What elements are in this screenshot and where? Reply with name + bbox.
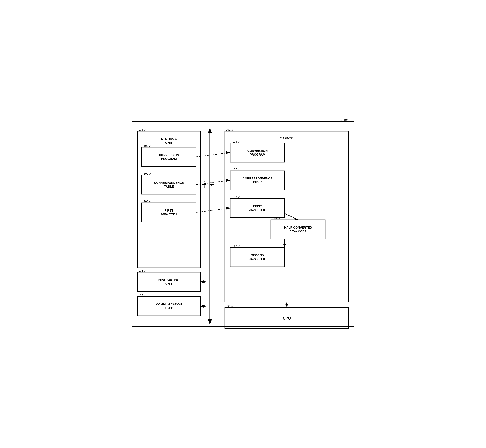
svg-rect-45 [230,248,285,267]
svg-text:106 ↙: 106 ↙ [144,144,151,147]
svg-rect-33 [230,171,285,190]
svg-text:108 ↙: 108 ↙ [232,195,240,199]
svg-text:JAVA CODE: JAVA CODE [249,208,266,212]
svg-text:FIRST: FIRST [253,204,262,208]
svg-rect-37 [230,199,285,218]
svg-text:104 ↙: 104 ↙ [138,269,146,272]
svg-text:TABLE: TABLE [164,185,174,188]
svg-marker-58 [226,179,230,182]
svg-rect-29 [230,143,285,162]
svg-text:STORAGE: STORAGE [161,137,177,140]
svg-rect-10 [142,175,196,194]
svg-text:109 ↙: 109 ↙ [273,217,281,220]
svg-text:CONVERSION: CONVERSION [247,149,267,152]
svg-text:103 ↙: 103 ↙ [138,128,146,131]
svg-text:UNIT: UNIT [165,306,172,310]
svg-text:MEMORY: MEMORY [280,136,294,139]
svg-text:101 ↙: 101 ↙ [226,304,234,308]
svg-rect-22 [137,297,200,316]
svg-text:JAVA CODE: JAVA CODE [160,213,177,216]
svg-marker-53 [208,128,212,133]
svg-text:UNIT: UNIT [165,282,172,285]
diagram: ↙ 100 103 ↙ STORAGE UNIT 106 ↙ CONVERSIO… [126,115,360,333]
svg-text:PROGRAM: PROGRAM [161,157,177,160]
svg-text:CORRESPONDENCE: CORRESPONDENCE [243,177,272,180]
svg-marker-60 [226,207,230,210]
svg-marker-77 [285,304,288,307]
svg-text:PROGRAM: PROGRAM [250,153,265,156]
svg-rect-18 [137,272,200,291]
svg-text:105 ↙: 105 ↙ [138,294,146,297]
svg-text:JAVA CODE: JAVA CODE [249,257,266,261]
svg-rect-2 [137,131,200,268]
svg-marker-64 [211,183,214,186]
svg-text:COMMUNICATION: COMMUNICATION [156,303,182,306]
svg-text:INPUT/OUTPUT: INPUT/OUTPUT [158,278,180,281]
diagram-svg: ↙ 100 103 ↙ STORAGE UNIT 106 ↙ CONVERSIO… [126,115,360,333]
svg-marker-69 [200,305,203,308]
svg-text:107 ↙: 107 ↙ [144,172,151,175]
svg-text:108 ↙: 108 ↙ [144,200,151,203]
svg-text:SECOND: SECOND [251,254,264,257]
svg-marker-74 [283,244,286,248]
svg-text:FIRST: FIRST [165,209,173,212]
svg-text:CORRESPONDENCE: CORRESPONDENCE [154,181,184,184]
svg-marker-70 [203,305,206,308]
svg-rect-14 [142,203,196,222]
svg-text:110 ↙: 110 ↙ [232,245,240,248]
svg-rect-6 [142,147,196,167]
svg-text:CONVERSION: CONVERSION [159,153,179,157]
svg-marker-66 [200,280,203,283]
svg-text:UNIT: UNIT [165,141,173,144]
svg-marker-54 [208,319,212,324]
svg-marker-56 [226,151,230,154]
svg-marker-67 [203,280,206,283]
svg-rect-41 [271,220,325,239]
svg-text:TABLE: TABLE [253,181,262,184]
svg-text:HALF-CONVERTED: HALF-CONVERTED [284,226,312,229]
svg-text:CPU: CPU [283,316,291,320]
svg-text:102 ↙: 102 ↙ [226,128,234,131]
svg-text:106 ↙: 106 ↙ [232,140,240,143]
svg-text:107 ↙: 107 ↙ [232,168,240,171]
svg-rect-0 [132,122,354,327]
svg-text:JAVA CODE: JAVA CODE [290,230,307,233]
svg-rect-26 [225,131,349,302]
svg-text:↙ 100: ↙ 100 [340,119,348,122]
